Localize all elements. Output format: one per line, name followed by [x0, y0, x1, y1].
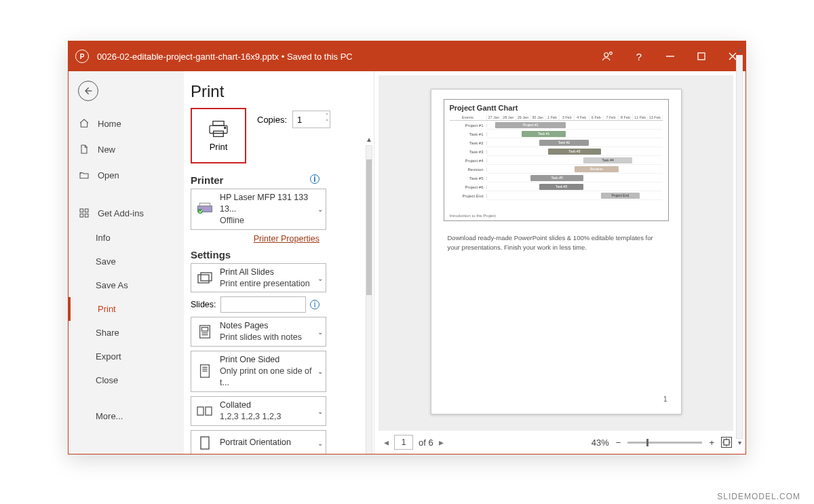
nav-addins-label: Get Add-ins	[98, 208, 144, 218]
page-input[interactable]: 1	[394, 435, 413, 450]
notes-caption: Download ready-made PowerPoint slides & …	[444, 233, 669, 253]
setting-sides[interactable]: Print One Sided Only print on one side o…	[191, 351, 326, 392]
zoom-out-button[interactable]: −	[616, 438, 621, 448]
print-button[interactable]: Print	[191, 108, 246, 163]
scrollbar-thumb[interactable]	[366, 159, 372, 295]
nav-addins[interactable]: Get Add-ins	[69, 200, 184, 226]
nav-open[interactable]: Open	[69, 162, 184, 188]
chevron-down-icon: ⌄	[317, 328, 323, 336]
nav-info-label: Info	[96, 233, 111, 243]
chevron-down-icon: ⌄	[317, 407, 323, 414]
setting-collated[interactable]: Collated 1,2,3 1,2,3 1,2,3 ⌄	[191, 396, 326, 426]
copies-value: 1	[297, 115, 302, 125]
window-controls: ?	[602, 50, 739, 62]
window-title: 0026-02-editable-project-gantt-chart-16x…	[97, 52, 602, 62]
backstage-nav: Home New Open Get Add-ins Info Save Save…	[69, 71, 184, 454]
next-page-button[interactable]: ▸	[439, 437, 444, 448]
copies-input[interactable]: 1 ˄˅	[292, 111, 330, 128]
powerpoint-logo-icon: P	[75, 50, 89, 63]
nav-open-label: Open	[98, 170, 119, 180]
nav-info[interactable]: Info	[69, 226, 184, 250]
printer-icon	[207, 120, 230, 138]
back-button[interactable]	[78, 81, 98, 101]
zoom-in-button[interactable]: +	[709, 438, 714, 448]
fit-to-window-button[interactable]	[721, 437, 732, 448]
chevron-down-icon: ⌄	[317, 368, 323, 375]
titlebar: P 0026-02-editable-project-gantt-chart-1…	[69, 41, 745, 71]
page-title: Print	[191, 82, 370, 101]
svg-rect-8	[85, 209, 88, 212]
nav-export[interactable]: Export	[69, 345, 184, 368]
spinner-arrows-icon[interactable]: ˄˅	[326, 113, 328, 125]
notes-page-icon	[195, 322, 214, 341]
filename: 0026-02-editable-project-gantt-chart-16x…	[97, 52, 279, 62]
nav-print[interactable]: Print	[69, 297, 184, 321]
slide-thumbnail: Project Gantt Chart Events 27 Jan28 Jan …	[444, 99, 669, 221]
minimize-button[interactable]	[664, 50, 676, 62]
nav-new-label: New	[98, 144, 115, 155]
svg-point-14	[225, 127, 226, 128]
nav-more-label: More...	[96, 411, 123, 421]
svg-rect-19	[201, 273, 212, 281]
svg-rect-9	[80, 214, 83, 217]
svg-rect-28	[197, 407, 204, 415]
svg-rect-11	[213, 121, 224, 125]
chevron-down-icon: ⌄	[317, 274, 323, 282]
addins-grid-icon	[78, 207, 90, 219]
printer-section-label: Printer i	[191, 174, 326, 186]
printer-device-icon	[195, 199, 214, 218]
nav-home[interactable]: Home	[69, 111, 184, 136]
svg-rect-10	[85, 214, 88, 217]
nav-print-label: Print	[98, 304, 116, 314]
nav-save[interactable]: Save	[69, 250, 184, 273]
prev-page-button[interactable]: ◂	[384, 437, 389, 448]
nav-share-label: Share	[96, 328, 119, 338]
gantt-header: Events 27 Jan28 Jan 29 Jan30 Jan 1 Feb3 …	[450, 115, 663, 121]
nav-close[interactable]: Close	[69, 368, 184, 392]
chevron-down-icon: ⌄	[317, 439, 323, 446]
print-settings-panel: Print Print Copies: 1 ˄˅	[184, 71, 374, 454]
nav-new[interactable]: New	[69, 136, 184, 162]
scroll-up-icon[interactable]: ▴	[735, 45, 744, 55]
page-total-label: of 6	[419, 438, 433, 448]
printer-properties-link[interactable]: Printer Properties	[254, 234, 319, 244]
scroll-up-icon[interactable]: ▲	[364, 136, 374, 145]
setting-print-range[interactable]: Print All Slides Print entire presentati…	[191, 263, 326, 293]
slides-stack-icon	[195, 269, 214, 288]
svg-rect-7	[80, 209, 83, 212]
home-icon	[78, 117, 90, 130]
nav-save-label: Save	[96, 256, 116, 267]
info-icon[interactable]: i	[310, 174, 319, 184]
zoom-slider[interactable]	[627, 442, 702, 444]
zoom-handle[interactable]	[646, 439, 648, 446]
svg-rect-16	[199, 203, 210, 206]
nav-more[interactable]: More...	[69, 404, 184, 428]
page-number: 1	[663, 395, 667, 403]
portrait-icon	[195, 433, 214, 452]
zoom-percent: 43%	[592, 438, 609, 448]
nav-save-as[interactable]: Save As	[69, 273, 184, 297]
preview-footer: ◂ 1 of 6 ▸ 43% − +	[374, 431, 745, 454]
preview-viewport: Project Gantt Chart Events 27 Jan28 Jan …	[379, 75, 733, 431]
nav-saveas-label: Save As	[96, 280, 128, 290]
save-status: • Saved to this PC	[279, 52, 353, 62]
slides-range-input[interactable]	[220, 296, 306, 313]
setting-layout[interactable]: Notes Pages Print slides with notes ⌄	[191, 317, 326, 347]
settings-scrollbar[interactable]: ▲ ▼	[364, 136, 374, 450]
info-icon[interactable]: i	[310, 300, 319, 309]
share-icon[interactable]	[602, 50, 614, 62]
one-sided-icon	[195, 362, 214, 381]
slide-footer: Introduction to the Project	[450, 214, 663, 218]
preview-page: Project Gantt Chart Events 27 Jan28 Jan …	[431, 89, 682, 414]
setting-orientation[interactable]: Portrait Orientation ⌄	[191, 430, 326, 455]
slides-label: Slides:	[191, 300, 216, 309]
scroll-down-icon[interactable]: ▾	[735, 439, 744, 448]
nav-export-label: Export	[96, 351, 121, 362]
printer-selector[interactable]: HP Laser MFP 131 133 13... Offline ⌄	[191, 189, 326, 230]
nav-share[interactable]: Share	[69, 321, 184, 345]
maximize-button[interactable]	[695, 50, 708, 62]
printer-name: HP Laser MFP 131 133 13...	[220, 192, 313, 215]
preview-scrollbar[interactable]: ▴ ▾	[735, 45, 744, 429]
open-folder-icon	[78, 169, 90, 181]
help-icon[interactable]: ?	[633, 50, 645, 62]
